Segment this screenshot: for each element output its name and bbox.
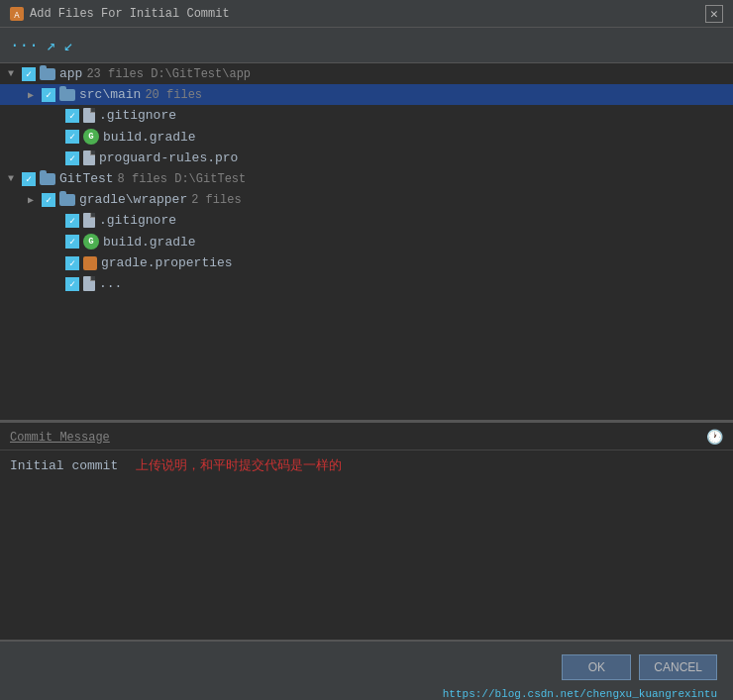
footer-link[interactable]: https://blog.csdn.net/chengxu_kuangrexin… <box>443 688 717 700</box>
title-bar: A Add Files For Initial Commit ✕ <box>0 0 733 28</box>
close-button[interactable]: ✕ <box>705 5 723 23</box>
item-name-more: ... <box>99 276 122 291</box>
checkbox-more[interactable] <box>65 277 79 291</box>
checkbox-app-build-gradle[interactable] <box>65 130 79 144</box>
tree-item-gittest-props[interactable]: gradle.properties <box>0 252 733 273</box>
tree-item-proguard[interactable]: proguard-rules.pro <box>0 148 733 168</box>
item-name-gittest-build-gradle: build.gradle <box>103 235 196 250</box>
checkbox-app-gitignore[interactable] <box>65 109 79 123</box>
checkbox-gradle-wrapper[interactable] <box>42 193 55 207</box>
tree-item-gittest-build-gradle[interactable]: G build.gradle <box>0 231 733 252</box>
file-icon-app-gitignore <box>83 108 95 123</box>
checkbox-gittest-props[interactable] <box>65 256 79 270</box>
item-name-gittest-props: gradle.properties <box>101 255 233 270</box>
commit-message-label: Commit Message <box>10 431 110 445</box>
item-name-gittest-gitignore: .gitignore <box>99 213 176 228</box>
title-bar-left: A Add Files For Initial Commit <box>10 7 230 21</box>
checkbox-gittest-build-gradle[interactable] <box>65 235 79 249</box>
bottom-buttons: OK CANCEL <box>562 654 717 680</box>
props-icon-gittest-props <box>83 256 97 270</box>
checkbox-proguard[interactable] <box>65 151 79 165</box>
checkbox-gittest[interactable] <box>22 172 36 186</box>
checkbox-src-main[interactable] <box>42 88 55 102</box>
commit-text-area[interactable]: Initial commit 上传说明，和平时提交代码是一样的 <box>0 450 733 640</box>
svg-text:A: A <box>14 11 20 21</box>
item-meta-app: 23 files D:\GitTest\app <box>86 67 251 81</box>
file-icon-gittest-gitignore <box>83 213 95 228</box>
tree-item-app-gitignore[interactable]: .gitignore <box>0 105 733 126</box>
tree-item-gittest-gitignore[interactable]: .gitignore <box>0 210 733 231</box>
item-name-gradle-wrapper: gradle\wrapper <box>79 192 187 207</box>
tree-item-gittest[interactable]: ▼ GitTest 8 files D:\GitTest <box>0 168 733 189</box>
file-icon-proguard <box>83 150 95 165</box>
dots-icon[interactable]: ··· <box>10 37 39 54</box>
folder-icon-gittest <box>40 173 55 185</box>
gradle-icon-app-build-gradle: G <box>83 129 99 145</box>
clock-icon[interactable]: 🕐 <box>706 429 723 446</box>
toolbar: ··· ↗ ↙ <box>0 28 733 63</box>
expand-arrow-gittest[interactable]: ▼ <box>8 173 22 184</box>
item-name-src-main: src\main <box>79 87 141 102</box>
folder-icon-src-main <box>59 89 75 101</box>
file-tree: ▼ app 23 files D:\GitTest\app ▶ src\main… <box>0 63 733 421</box>
file-icon-more <box>83 276 95 291</box>
tree-item-app[interactable]: ▼ app 23 files D:\GitTest\app <box>0 63 733 84</box>
item-name-gittest: GitTest <box>59 171 114 186</box>
gradle-icon-gittest-build-gradle: G <box>83 234 99 250</box>
expand-icon[interactable]: ↗ <box>47 36 56 55</box>
item-meta-src-main: 20 files <box>145 88 202 102</box>
item-name-proguard: proguard-rules.pro <box>99 150 238 165</box>
tree-item-more[interactable]: ... <box>0 273 733 294</box>
item-name-app-gitignore: .gitignore <box>99 108 176 123</box>
tree-item-src-main[interactable]: ▶ src\main 20 files <box>0 84 733 105</box>
collapse-icon[interactable]: ↙ <box>63 36 73 55</box>
folder-icon-app <box>40 68 55 80</box>
bottom-bar: OK CANCEL https://blog.csdn.net/chengxu_… <box>0 641 733 700</box>
item-name-app-build-gradle: build.gradle <box>103 130 196 145</box>
item-meta-gradle-wrapper: 2 files <box>191 193 241 207</box>
commit-text: Initial commit <box>10 458 118 473</box>
app-icon: A <box>10 7 24 21</box>
item-meta-gittest: 8 files D:\GitTest <box>118 172 247 186</box>
item-name-app: app <box>59 66 82 81</box>
expand-arrow-app[interactable]: ▼ <box>8 68 22 79</box>
commit-area: Commit Message 🕐 Initial commit 上传说明，和平时… <box>0 423 733 641</box>
cancel-button[interactable]: CANCEL <box>639 654 717 680</box>
tree-item-app-build-gradle[interactable]: G build.gradle <box>0 126 733 148</box>
checkbox-gittest-gitignore[interactable] <box>65 214 79 228</box>
checkbox-app[interactable] <box>22 67 36 81</box>
folder-icon-gradle-wrapper <box>59 194 75 206</box>
expand-arrow-gradle-wrapper[interactable]: ▶ <box>28 194 42 206</box>
commit-annotation: 上传说明，和平时提交代码是一样的 <box>136 458 342 473</box>
expand-arrow-src-main[interactable]: ▶ <box>28 89 42 101</box>
tree-item-gradle-wrapper[interactable]: ▶ gradle\wrapper 2 files <box>0 189 733 210</box>
ok-button[interactable]: OK <box>562 654 631 680</box>
title-text: Add Files For Initial Commit <box>30 7 230 21</box>
commit-header: Commit Message 🕐 <box>0 423 733 450</box>
